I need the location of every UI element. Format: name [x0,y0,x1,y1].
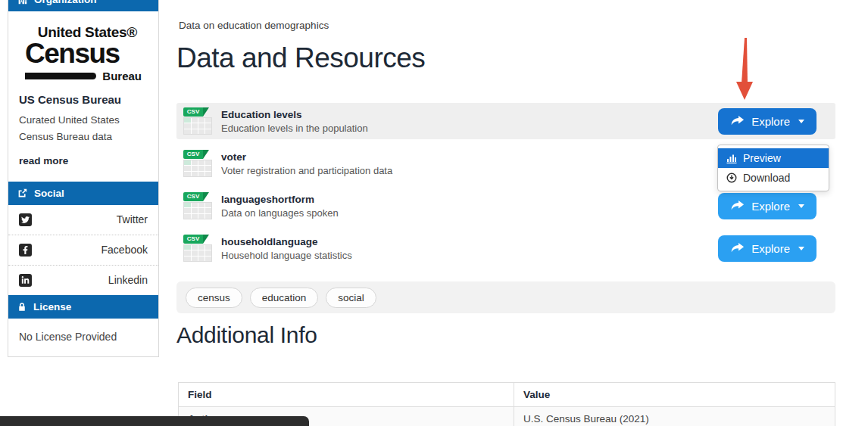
sidebar: Organization United States® Census Burea… [8,0,159,357]
red-pointer-arrow [731,38,758,101]
logo-census: Census [25,39,142,67]
organization-section-header: Organization [8,0,158,14]
tag-census[interactable]: census [186,288,242,308]
organization-description: Curated United States Census Bureau data [8,109,158,146]
browser-status-bar [0,416,309,426]
csv-file-icon: CSV [183,235,212,262]
explore-dropdown-menu: Preview Download [717,145,829,191]
csv-file-icon: CSV [183,107,212,135]
tags-container: census education social [176,281,835,313]
social-link-facebook[interactable]: Facebook [8,235,158,265]
chevron-down-icon [798,204,804,208]
social-link-twitter[interactable]: Twitter [8,205,158,235]
csv-format-label: CSV [183,192,203,201]
social-link-label: Linkedin [108,274,148,286]
download-circle-icon [726,173,737,183]
logo-underline [25,73,96,79]
explore-button-label: Explore [751,115,790,128]
facebook-icon [19,244,32,257]
share-arrow-icon [730,243,745,253]
table-cell-value: U.S. Census Bureau (2021) [514,407,835,426]
social-section-header: Social [8,182,158,205]
menu-item-preview[interactable]: Preview [718,148,829,168]
social-link-label: Facebook [101,244,148,256]
share-arrow-icon [730,116,745,126]
bar-chart-icon [726,153,737,163]
csv-format-label: CSV [183,235,203,244]
share-icon [17,188,27,198]
resource-name[interactable]: languageshortform [221,194,718,205]
logo-bureau: Bureau [102,70,142,82]
table-header-value: Value [514,383,835,407]
building-icon [17,0,27,5]
twitter-icon [19,213,32,226]
resource-description: Household language statistics [221,250,718,261]
menu-item-label: Download [743,172,790,184]
csv-format-label: CSV [183,150,203,159]
resource-row-languageshortform[interactable]: CSV languageshortform Data on languages … [176,188,835,224]
chevron-down-icon [798,247,804,250]
csv-format-label: CSV [183,107,203,117]
page: Organization United States® Census Burea… [0,0,868,426]
resource-name[interactable]: Education levels [221,109,718,120]
csv-file-icon: CSV [183,192,212,219]
chevron-down-icon [798,120,804,123]
organization-name: US Census Bureau [8,86,158,109]
explore-button[interactable]: Explore [718,108,816,135]
csv-file-icon: CSV [183,150,212,177]
organization-header-label: Organization [34,0,97,5]
menu-item-label: Preview [743,152,781,164]
resource-description: Education levels in the population [221,123,718,134]
explore-button[interactable]: Explore [718,235,816,262]
census-bureau-logo: United States® Census Bureau [8,14,158,86]
tag-education[interactable]: education [250,288,319,308]
license-section-header: License [8,295,158,319]
page-title: Data and Resources [176,42,425,74]
tag-social[interactable]: social [326,288,376,308]
explore-button-label: Explore [751,200,790,213]
resource-name[interactable]: householdlanguage [221,236,718,247]
read-more-link[interactable]: read more [8,146,158,182]
license-header-label: License [33,301,71,313]
dataset-subtitle: Data on education demographics [179,20,329,31]
additional-info-title: Additional Info [176,322,317,348]
explore-button-label: Explore [751,242,790,255]
share-arrow-icon [730,201,745,211]
table-header-field: Field [179,383,514,407]
resource-description: Data on languages spoken [221,207,718,219]
lock-icon [17,302,27,312]
menu-item-download[interactable]: Download [718,168,829,188]
social-link-linkedin[interactable]: Linkedin [8,265,158,295]
resource-row-education-levels[interactable]: CSV Education levels Education levels in… [176,103,835,139]
linkedin-icon [19,274,32,287]
social-link-label: Twitter [117,213,148,225]
resource-row-householdlanguage[interactable]: CSV householdlanguage Household language… [176,230,835,266]
social-header-label: Social [34,188,64,199]
explore-button[interactable]: Explore [718,193,816,219]
license-value: No License Provided [8,319,158,356]
